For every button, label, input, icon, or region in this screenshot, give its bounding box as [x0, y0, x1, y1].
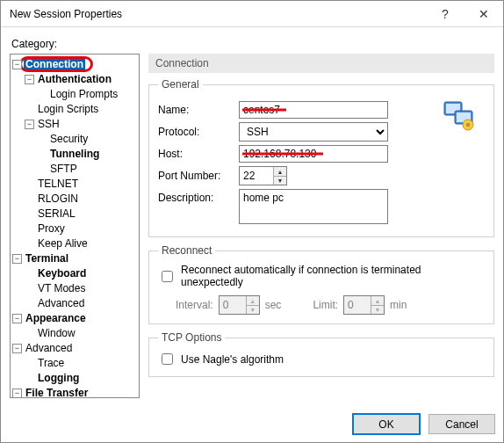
tree-ssh[interactable]: SSH: [36, 117, 61, 131]
description-label: Description:: [158, 189, 239, 204]
tree-authentication[interactable]: Authentication: [36, 72, 113, 86]
help-button[interactable]: ?: [426, 1, 464, 27]
port-input[interactable]: [240, 167, 273, 185]
tree-terminal[interactable]: Terminal: [24, 251, 70, 265]
general-legend: General: [158, 78, 203, 91]
min-label: min: [390, 299, 407, 311]
expand-icon[interactable]: −: [12, 389, 22, 398]
expand-icon[interactable]: −: [12, 254, 22, 264]
tree-login-prompts[interactable]: Login Prompts: [48, 87, 119, 101]
protocol-select[interactable]: SSH: [239, 122, 388, 142]
tree-telnet[interactable]: TELNET: [36, 177, 80, 191]
tree-serial[interactable]: SERIAL: [36, 207, 77, 221]
spin-down-icon: ▼: [371, 305, 384, 314]
port-label: Port Number:: [158, 170, 239, 182]
session-icon: [442, 98, 477, 228]
nagle-label: Use Nagle's algorithm: [181, 353, 284, 366]
category-tree[interactable]: − Connection − Authentication Login Prom: [10, 54, 140, 398]
reconnect-auto-checkbox[interactable]: Reconnect automatically if connection is…: [158, 264, 485, 288]
interval-label: Interval:: [176, 299, 213, 311]
spin-down-icon: ▼: [247, 305, 259, 314]
tree-keep-alive[interactable]: Keep Alive: [36, 236, 90, 251]
limit-input: [344, 296, 371, 314]
host-label: Host:: [158, 148, 239, 160]
tree-trace[interactable]: Trace: [36, 356, 66, 370]
nagle-checkbox[interactable]: Use Nagle's algorithm: [158, 351, 485, 367]
tree-connection[interactable]: Connection: [24, 57, 85, 71]
spin-down-icon[interactable]: ▼: [274, 176, 286, 185]
expand-icon[interactable]: −: [25, 75, 34, 84]
dialog-buttons: OK Cancel: [353, 414, 495, 434]
spin-up-icon: ▲: [371, 296, 384, 305]
protocol-label: Protocol:: [158, 126, 239, 138]
tcp-legend: TCP Options: [158, 331, 225, 344]
tree-advanced-root[interactable]: Advanced: [24, 341, 74, 355]
port-stepper[interactable]: ▲ ▼: [239, 166, 287, 185]
spin-up-icon[interactable]: ▲: [274, 167, 286, 176]
tree-file-transfer[interactable]: File Transfer: [24, 386, 90, 398]
general-group: General Name:: [148, 78, 494, 237]
expand-icon[interactable]: −: [25, 120, 34, 129]
expand-icon[interactable]: −: [12, 60, 22, 69]
tree-keyboard[interactable]: Keyboard: [36, 266, 88, 280]
ok-button[interactable]: OK: [353, 414, 420, 434]
limit-label: Limit:: [313, 299, 338, 311]
reconnect-legend: Reconnect: [158, 244, 215, 257]
host-input[interactable]: [239, 145, 388, 163]
category-label: Category:: [11, 38, 494, 50]
nagle-input[interactable]: [162, 353, 173, 365]
tree-appearance[interactable]: Appearance: [24, 311, 88, 325]
interval-input: [220, 296, 246, 314]
tree-logging[interactable]: Logging: [36, 371, 81, 385]
tree-window[interactable]: Window: [36, 326, 77, 340]
expand-icon[interactable]: −: [12, 314, 22, 323]
tree-login-scripts[interactable]: Login Scripts: [36, 102, 100, 116]
tree-rlogin[interactable]: RLOGIN: [36, 192, 80, 206]
sec-label: sec: [265, 299, 282, 311]
tree-advanced[interactable]: Advanced: [36, 296, 86, 310]
close-button[interactable]: ✕: [464, 1, 503, 27]
reconnect-auto-input[interactable]: [162, 271, 173, 282]
description-input[interactable]: home pc: [239, 189, 388, 224]
name-label: Name:: [158, 104, 239, 116]
tree-sftp[interactable]: SFTP: [48, 162, 79, 176]
window-title: New Session Properties: [10, 8, 426, 20]
reconnect-auto-label: Reconnect automatically if connection is…: [181, 264, 485, 288]
spin-up-icon: ▲: [247, 296, 259, 305]
expand-icon[interactable]: −: [12, 344, 22, 353]
tcp-group: TCP Options Use Nagle's algorithm: [148, 331, 494, 377]
tree-security[interactable]: Security: [48, 132, 90, 146]
interval-stepper: ▲ ▼: [219, 295, 260, 315]
title-bar: New Session Properties ? ✕: [1, 1, 503, 27]
content-panel: Connection General Name:: [148, 54, 494, 398]
cancel-button[interactable]: Cancel: [428, 414, 495, 434]
tree-proxy[interactable]: Proxy: [36, 222, 67, 236]
name-input[interactable]: [239, 101, 388, 119]
svg-rect-5: [466, 123, 470, 127]
reconnect-group: Reconnect Reconnect automatically if con…: [148, 244, 494, 324]
tree-tunneling[interactable]: Tunneling: [48, 147, 101, 161]
page-heading: Connection: [148, 54, 494, 73]
limit-stepper: ▲ ▼: [343, 295, 385, 315]
tree-vt-modes[interactable]: VT Modes: [36, 281, 87, 295]
